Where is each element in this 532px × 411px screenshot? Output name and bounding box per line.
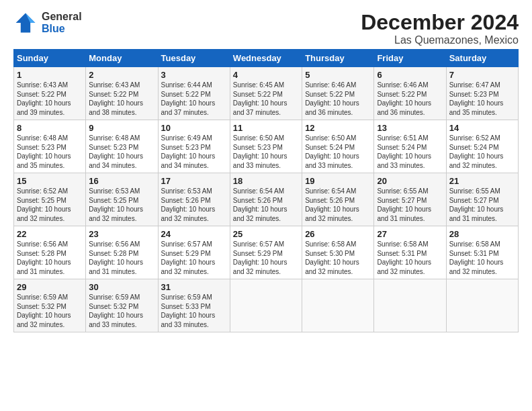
calendar-cell: 10Sunrise: 6:49 AM Sunset: 5:23 PM Dayli… xyxy=(158,120,230,173)
day-number: 11 xyxy=(233,123,299,133)
day-info: Sunrise: 6:59 AM Sunset: 5:32 PM Dayligh… xyxy=(17,293,83,329)
day-info: Sunrise: 6:51 AM Sunset: 5:24 PM Dayligh… xyxy=(377,134,443,170)
calendar-cell xyxy=(302,279,374,332)
calendar-cell: 6Sunrise: 6:46 AM Sunset: 5:22 PM Daylig… xyxy=(374,67,446,120)
calendar-cell: 8Sunrise: 6:48 AM Sunset: 5:23 PM Daylig… xyxy=(14,120,86,173)
day-number: 13 xyxy=(377,123,443,133)
header-cell-thursday: Thursday xyxy=(302,50,374,67)
calendar-body: 1Sunrise: 6:43 AM Sunset: 5:22 PM Daylig… xyxy=(14,67,519,332)
day-info: Sunrise: 6:43 AM Sunset: 5:22 PM Dayligh… xyxy=(17,81,83,117)
day-number: 10 xyxy=(161,123,227,133)
day-number: 17 xyxy=(161,176,227,186)
day-info: Sunrise: 6:47 AM Sunset: 5:23 PM Dayligh… xyxy=(449,81,515,117)
title-block: December 2024 Las Quemazones, Mexico xyxy=(361,11,519,46)
day-info: Sunrise: 6:52 AM Sunset: 5:24 PM Dayligh… xyxy=(449,134,515,170)
day-info: Sunrise: 6:58 AM Sunset: 5:30 PM Dayligh… xyxy=(305,240,371,276)
header-cell-tuesday: Tuesday xyxy=(158,50,230,67)
day-info: Sunrise: 6:48 AM Sunset: 5:23 PM Dayligh… xyxy=(17,134,83,170)
day-number: 25 xyxy=(233,229,299,239)
header-cell-wednesday: Wednesday xyxy=(230,50,302,67)
calendar-cell: 25Sunrise: 6:57 AM Sunset: 5:29 PM Dayli… xyxy=(230,226,302,279)
day-number: 7 xyxy=(449,70,515,80)
week-row-1: 8Sunrise: 6:48 AM Sunset: 5:23 PM Daylig… xyxy=(14,120,519,173)
calendar-cell: 15Sunrise: 6:52 AM Sunset: 5:25 PM Dayli… xyxy=(14,173,86,226)
calendar-table: SundayMondayTuesdayWednesdayThursdayFrid… xyxy=(13,49,519,332)
day-number: 8 xyxy=(17,123,83,133)
header-row: SundayMondayTuesdayWednesdayThursdayFrid… xyxy=(14,50,519,67)
logo-text: General Blue xyxy=(42,11,82,34)
logo-icon xyxy=(13,11,38,35)
day-info: Sunrise: 6:59 AM Sunset: 5:32 PM Dayligh… xyxy=(89,293,154,329)
day-number: 2 xyxy=(89,70,154,80)
calendar-cell: 17Sunrise: 6:53 AM Sunset: 5:26 PM Dayli… xyxy=(158,173,230,226)
calendar-cell: 30Sunrise: 6:59 AM Sunset: 5:32 PM Dayli… xyxy=(86,279,158,332)
calendar-cell: 3Sunrise: 6:44 AM Sunset: 5:22 PM Daylig… xyxy=(158,67,230,120)
calendar-cell: 29Sunrise: 6:59 AM Sunset: 5:32 PM Dayli… xyxy=(14,279,86,332)
day-number: 1 xyxy=(17,70,83,80)
day-info: Sunrise: 6:45 AM Sunset: 5:22 PM Dayligh… xyxy=(233,81,299,117)
day-number: 24 xyxy=(161,229,227,239)
header-cell-monday: Monday xyxy=(86,50,158,67)
calendar-cell: 4Sunrise: 6:45 AM Sunset: 5:22 PM Daylig… xyxy=(230,67,302,120)
day-info: Sunrise: 6:58 AM Sunset: 5:31 PM Dayligh… xyxy=(377,240,443,276)
calendar-cell xyxy=(446,279,518,332)
day-info: Sunrise: 6:55 AM Sunset: 5:27 PM Dayligh… xyxy=(377,187,443,223)
day-number: 12 xyxy=(305,123,371,133)
logo-general: General xyxy=(42,11,82,23)
day-info: Sunrise: 6:56 AM Sunset: 5:28 PM Dayligh… xyxy=(17,240,83,276)
calendar-cell: 5Sunrise: 6:46 AM Sunset: 5:22 PM Daylig… xyxy=(302,67,374,120)
calendar-cell xyxy=(374,279,446,332)
day-number: 19 xyxy=(305,176,371,186)
calendar-cell: 20Sunrise: 6:55 AM Sunset: 5:27 PM Dayli… xyxy=(374,173,446,226)
calendar-cell: 7Sunrise: 6:47 AM Sunset: 5:23 PM Daylig… xyxy=(446,67,518,120)
calendar-cell: 2Sunrise: 6:43 AM Sunset: 5:22 PM Daylig… xyxy=(86,67,158,120)
calendar-cell: 12Sunrise: 6:50 AM Sunset: 5:24 PM Dayli… xyxy=(302,120,374,173)
calendar-cell: 31Sunrise: 6:59 AM Sunset: 5:33 PM Dayli… xyxy=(158,279,230,332)
calendar-cell: 28Sunrise: 6:58 AM Sunset: 5:31 PM Dayli… xyxy=(446,226,518,279)
calendar-cell: 26Sunrise: 6:58 AM Sunset: 5:30 PM Dayli… xyxy=(302,226,374,279)
day-number: 18 xyxy=(233,176,299,186)
day-info: Sunrise: 6:57 AM Sunset: 5:29 PM Dayligh… xyxy=(233,240,299,276)
day-info: Sunrise: 6:52 AM Sunset: 5:25 PM Dayligh… xyxy=(17,187,83,223)
calendar-cell: 9Sunrise: 6:48 AM Sunset: 5:23 PM Daylig… xyxy=(86,120,158,173)
day-number: 4 xyxy=(233,70,299,80)
day-number: 30 xyxy=(89,282,154,292)
header-cell-sunday: Sunday xyxy=(14,50,86,67)
calendar-cell: 27Sunrise: 6:58 AM Sunset: 5:31 PM Dayli… xyxy=(374,226,446,279)
day-number: 26 xyxy=(305,229,371,239)
calendar-cell: 11Sunrise: 6:50 AM Sunset: 5:23 PM Dayli… xyxy=(230,120,302,173)
calendar-cell: 1Sunrise: 6:43 AM Sunset: 5:22 PM Daylig… xyxy=(14,67,86,120)
day-number: 31 xyxy=(161,282,227,292)
day-number: 29 xyxy=(17,282,83,292)
day-number: 22 xyxy=(17,229,83,239)
day-info: Sunrise: 6:48 AM Sunset: 5:23 PM Dayligh… xyxy=(89,134,154,170)
day-number: 23 xyxy=(89,229,154,239)
calendar-cell: 19Sunrise: 6:54 AM Sunset: 5:26 PM Dayli… xyxy=(302,173,374,226)
day-info: Sunrise: 6:46 AM Sunset: 5:22 PM Dayligh… xyxy=(305,81,371,117)
calendar-cell: 23Sunrise: 6:56 AM Sunset: 5:28 PM Dayli… xyxy=(86,226,158,279)
week-row-3: 22Sunrise: 6:56 AM Sunset: 5:28 PM Dayli… xyxy=(14,226,519,279)
day-number: 5 xyxy=(305,70,371,80)
day-info: Sunrise: 6:49 AM Sunset: 5:23 PM Dayligh… xyxy=(161,134,227,170)
week-row-4: 29Sunrise: 6:59 AM Sunset: 5:32 PM Dayli… xyxy=(14,279,519,332)
header-cell-saturday: Saturday xyxy=(446,50,518,67)
day-number: 15 xyxy=(17,176,83,186)
calendar-header: SundayMondayTuesdayWednesdayThursdayFrid… xyxy=(14,50,519,67)
day-info: Sunrise: 6:46 AM Sunset: 5:22 PM Dayligh… xyxy=(377,81,443,117)
day-info: Sunrise: 6:44 AM Sunset: 5:22 PM Dayligh… xyxy=(161,81,227,117)
day-number: 16 xyxy=(89,176,154,186)
day-info: Sunrise: 6:50 AM Sunset: 5:24 PM Dayligh… xyxy=(305,134,371,170)
header: General Blue December 2024 Las Quemazone… xyxy=(13,11,519,46)
calendar-subtitle: Las Quemazones, Mexico xyxy=(361,34,519,46)
calendar-cell: 14Sunrise: 6:52 AM Sunset: 5:24 PM Dayli… xyxy=(446,120,518,173)
day-number: 14 xyxy=(449,123,515,133)
calendar-cell: 21Sunrise: 6:55 AM Sunset: 5:27 PM Dayli… xyxy=(446,173,518,226)
week-row-2: 15Sunrise: 6:52 AM Sunset: 5:25 PM Dayli… xyxy=(14,173,519,226)
day-info: Sunrise: 6:53 AM Sunset: 5:25 PM Dayligh… xyxy=(89,187,154,223)
day-number: 6 xyxy=(377,70,443,80)
day-info: Sunrise: 6:59 AM Sunset: 5:33 PM Dayligh… xyxy=(161,293,227,329)
logo-blue: Blue xyxy=(42,23,82,35)
day-info: Sunrise: 6:54 AM Sunset: 5:26 PM Dayligh… xyxy=(305,187,371,223)
day-info: Sunrise: 6:55 AM Sunset: 5:27 PM Dayligh… xyxy=(449,187,515,223)
header-cell-friday: Friday xyxy=(374,50,446,67)
